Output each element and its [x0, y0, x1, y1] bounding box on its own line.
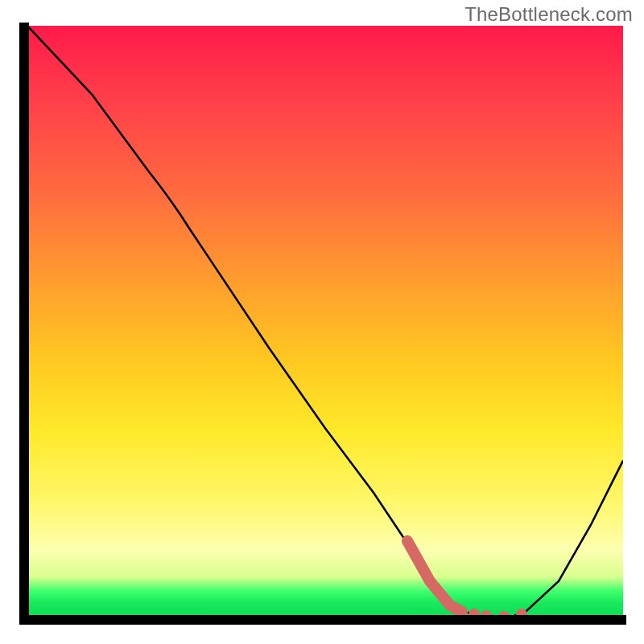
highlight-segment — [407, 541, 462, 612]
highlight-dot — [516, 609, 527, 620]
highlight-dot — [481, 610, 492, 621]
highlight-dot — [498, 611, 510, 621]
chart-container: TheBottleneck.com — [0, 0, 644, 644]
plot-area — [27, 26, 623, 621]
highlight-dot — [469, 609, 480, 620]
watermark-text: TheBottleneck.com — [464, 3, 633, 26]
highlight-svg — [27, 26, 623, 621]
